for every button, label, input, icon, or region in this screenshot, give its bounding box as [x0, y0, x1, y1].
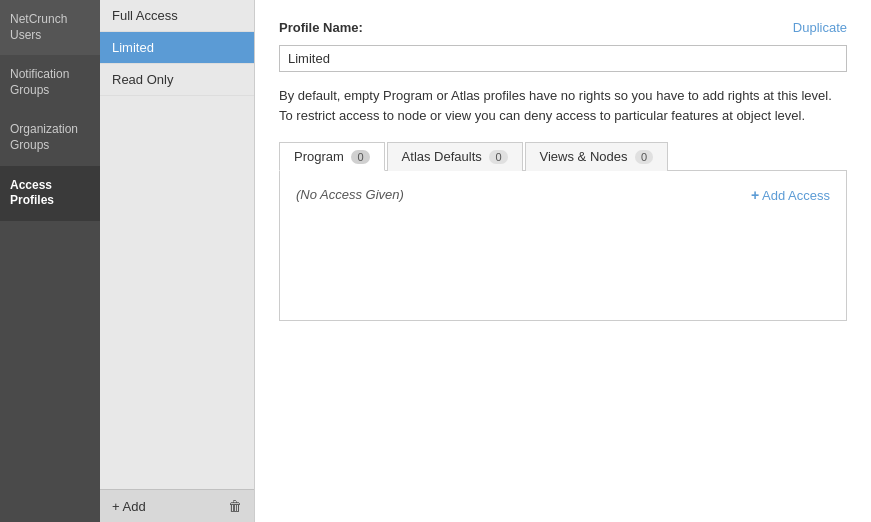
- profile-list-item-full-access[interactable]: Full Access: [100, 0, 254, 32]
- sidebar-item-label: NetCrunch Users: [10, 12, 90, 43]
- tab-badge-program: 0: [351, 150, 369, 164]
- tabs: Program 0Atlas Defaults 0Views & Nodes 0: [279, 141, 847, 171]
- main-content: Profile Name: Duplicate By default, empt…: [255, 0, 871, 522]
- tab-badge-views-nodes: 0: [635, 150, 653, 164]
- profile-list-footer: + Add 🗑: [100, 489, 254, 522]
- sidebar-item-notification-groups[interactable]: Notification Groups: [0, 55, 100, 110]
- profile-header: Profile Name: Duplicate: [279, 20, 847, 35]
- no-access-text: (No Access Given): [296, 187, 404, 202]
- sidebar-item-label: Access Profiles: [10, 178, 90, 209]
- tab-atlas-defaults[interactable]: Atlas Defaults 0: [387, 142, 523, 171]
- add-access-button[interactable]: + Add Access: [751, 187, 830, 203]
- sidebar-item-label: Notification Groups: [10, 67, 90, 98]
- add-access-label: Add Access: [762, 188, 830, 203]
- profile-name-label: Profile Name:: [279, 20, 363, 35]
- description-text: By default, empty Program or Atlas profi…: [279, 86, 847, 125]
- profile-list: Full AccessLimitedRead Only + Add 🗑: [100, 0, 255, 522]
- profile-list-items: Full AccessLimitedRead Only: [100, 0, 254, 489]
- tab-badge-atlas-defaults: 0: [489, 150, 507, 164]
- sidebar-item-label: Organization Groups: [10, 122, 90, 153]
- tab-program[interactable]: Program 0: [279, 142, 385, 171]
- profile-name-input[interactable]: [279, 45, 847, 72]
- sidebar-item-netcrunch-users[interactable]: NetCrunch Users: [0, 0, 100, 55]
- add-profile-button[interactable]: + Add: [112, 499, 146, 514]
- tab-views-nodes[interactable]: Views & Nodes 0: [525, 142, 669, 171]
- delete-profile-button[interactable]: 🗑: [228, 498, 242, 514]
- plus-icon: +: [751, 187, 759, 203]
- sidebar-item-organization-groups[interactable]: Organization Groups: [0, 110, 100, 165]
- sidebar: NetCrunch UsersNotification GroupsOrgani…: [0, 0, 100, 522]
- profile-list-item-limited[interactable]: Limited: [100, 32, 254, 64]
- tab-content: (No Access Given) + Add Access: [279, 171, 847, 321]
- trash-icon: 🗑: [228, 498, 242, 514]
- sidebar-item-access-profiles[interactable]: Access Profiles: [0, 166, 100, 221]
- add-profile-label: + Add: [112, 499, 146, 514]
- profile-list-item-read-only[interactable]: Read Only: [100, 64, 254, 96]
- duplicate-link[interactable]: Duplicate: [793, 20, 847, 35]
